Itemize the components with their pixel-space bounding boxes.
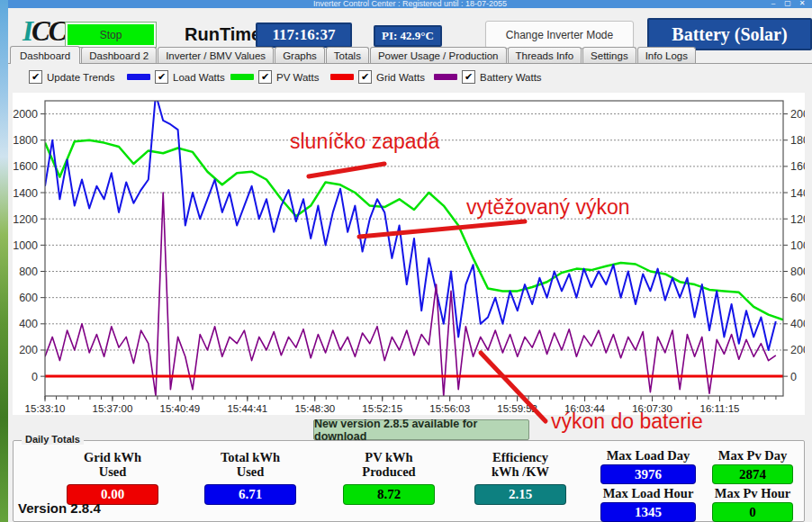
max-stat-value: 2874 (712, 464, 793, 484)
stop-button[interactable]: Stop (65, 22, 157, 48)
x-axis-label: 15:52:15 (362, 403, 402, 414)
battery-watts-group: ✔Battery Watts (434, 70, 542, 84)
stat-label: Total kWhUsed (221, 450, 280, 479)
x-axis-label: 15:37:00 (93, 403, 133, 414)
battery-watts-label: Battery Watts (480, 72, 542, 83)
stat-value: 8.72 (343, 484, 435, 505)
max-stat-label: Max Load Hour (603, 487, 694, 500)
stat-grid-kwh-used: Grid kWhUsed0.00 (54, 450, 171, 505)
grid-watts-checkbox[interactable]: ✔ (358, 70, 372, 84)
app-version: Version 2.8.4 (18, 500, 101, 516)
tab-inverter-bmv-values[interactable]: Inverter / BMV Values (158, 47, 274, 63)
y-axis-label: 1400 (13, 187, 38, 200)
x-axis-label: 15:59:52 (497, 403, 537, 414)
y-axis-label: 800 (790, 266, 805, 278)
load-watts-group: ✔Load Watts (127, 70, 225, 84)
load-watts-checkbox[interactable]: ✔ (155, 70, 168, 84)
pv-watts-checkbox[interactable]: ✔ (258, 70, 272, 84)
stat-total-kwh-used: Total kWhUsed6.71 (192, 450, 309, 505)
max-stat-value: 0 (712, 502, 793, 522)
minimize-button[interactable]: – (769, 0, 778, 7)
chart-canvas: 0020020040040060060080080010001000120012… (13, 93, 805, 415)
battery-watts-color-swatch (434, 74, 457, 80)
y-axis-label: 200 (19, 344, 38, 356)
x-axis-label: 16:07:30 (632, 403, 672, 414)
runtime-label: RunTime (185, 24, 261, 45)
y-axis-label: 1600 (790, 160, 805, 173)
pv-watts-color-swatch (230, 74, 254, 80)
battery-watts-checkbox[interactable]: ✔ (462, 70, 475, 84)
x-axis-label: 16:03:44 (564, 403, 605, 414)
pv-watts-label: PV Watts (276, 72, 320, 83)
power-trend-chart: 0020020040040060060080080010001000120012… (13, 93, 805, 415)
tab-dashboard[interactable]: Dashboard (10, 46, 80, 64)
tab-graphs[interactable]: Graphs (275, 47, 325, 63)
y-axis-label: 1200 (13, 213, 38, 226)
x-axis-label: 16:11:15 (700, 403, 740, 414)
x-axis-label: 15:33:10 (25, 403, 66, 414)
y-axis-label: 2000 (790, 108, 805, 121)
y-axis-label: 200 (790, 344, 805, 356)
grid-watts-color-swatch (330, 74, 354, 80)
window-title: Inverter Control Center : Registered unt… (8, 0, 812, 8)
toolbar: ICC Stop RunTime 117:16:37 PI: 42.9°C Ch… (8, 8, 812, 45)
x-axis-label: 15:44:41 (227, 403, 267, 414)
close-button[interactable]: ✕ (798, 0, 807, 7)
runtime-value: 117:16:37 (256, 22, 352, 48)
max-stat-label: Max Pv Day (718, 449, 788, 463)
legend-bar: ✔ Update Trends ✔Load Watts✔PV Watts✔Gri… (8, 68, 812, 88)
load-watts-label: Load Watts (173, 72, 225, 83)
stat-efficiency-kwh-kw: EfficiencykWh /KW2.15 (462, 450, 579, 505)
y-axis-label: 1000 (13, 239, 38, 252)
y-axis-label: 1200 (790, 213, 805, 226)
maximize-button[interactable]: ▢ (783, 0, 792, 7)
pi-temperature-value: PI: 42.9°C (374, 25, 442, 47)
y-axis-label: 0 (32, 371, 38, 383)
tab-settings[interactable]: Settings (582, 47, 636, 63)
tab-bar: DashboardDashboard 2Inverter / BMV Value… (8, 45, 812, 64)
tab-info-logs[interactable]: Info Logs (637, 47, 696, 63)
daily-totals-title: Daily Totals (22, 434, 84, 445)
y-axis-label: 400 (790, 318, 805, 330)
stat-label: Grid kWhUsed (84, 450, 141, 479)
tab-totals[interactable]: Totals (326, 47, 369, 63)
update-trends-label: Update Trends (47, 72, 114, 83)
load-watts-color-swatch (127, 74, 150, 80)
update-trends-group: ✔ Update Trends (29, 70, 114, 84)
update-trends-checkbox[interactable]: ✔ (29, 70, 42, 84)
y-axis-label: 1800 (13, 134, 38, 147)
tab-power-usage-production[interactable]: Power Usage / Production (370, 47, 507, 63)
pv-watts-group: ✔PV Watts (230, 70, 320, 84)
y-axis-label: 600 (790, 292, 805, 304)
x-axis-label: 15:56:03 (429, 403, 470, 414)
y-axis-label: 0 (790, 371, 797, 383)
tab-threads-info[interactable]: Threads Info (508, 47, 582, 63)
max-stat-column: Max Load Day3976Max Load Hour1345 (598, 449, 699, 522)
inverter-control-center-window: Inverter Control Center : Registered unt… (0, 0, 812, 522)
y-axis-label: 2000 (13, 108, 38, 121)
tab-dashboard-2[interactable]: Dashboard 2 (81, 47, 157, 63)
max-stat-label: Max Pv Hour (715, 487, 791, 500)
max-stat-value: 3976 (600, 464, 696, 484)
y-axis-label: 400 (19, 318, 38, 330)
stat-label: EfficiencykWh /KW (492, 450, 549, 479)
y-axis-label: 600 (19, 292, 38, 304)
stat-pv-kwh-produced: PV kWhProduced8.72 (330, 450, 447, 505)
max-stat-label: Max Load Day (607, 449, 690, 463)
stat-value: 6.71 (204, 484, 296, 505)
stat-value: 2.15 (474, 484, 566, 505)
y-axis-label: 1000 (790, 239, 805, 252)
grid-watts-label: Grid Watts (376, 72, 425, 83)
y-axis-label: 1600 (13, 160, 38, 173)
window-titlebar: Inverter Control Center : Registered unt… (8, 0, 812, 8)
y-axis-label: 800 (19, 266, 38, 278)
max-stat-column: Max Pv Day2874Max Pv Hour0 (709, 449, 796, 522)
max-stat-value: 1345 (600, 502, 696, 522)
x-axis-label: 15:48:30 (294, 403, 335, 414)
desktop-wallpaper-strip (0, 0, 8, 522)
y-axis-label: 1800 (790, 134, 805, 147)
y-axis-label: 1400 (790, 187, 805, 200)
grid-watts-group: ✔Grid Watts (330, 70, 425, 84)
x-axis-label: 15:40:49 (160, 403, 201, 414)
new-version-button[interactable]: New version 2.8.5 available for download (313, 419, 529, 440)
